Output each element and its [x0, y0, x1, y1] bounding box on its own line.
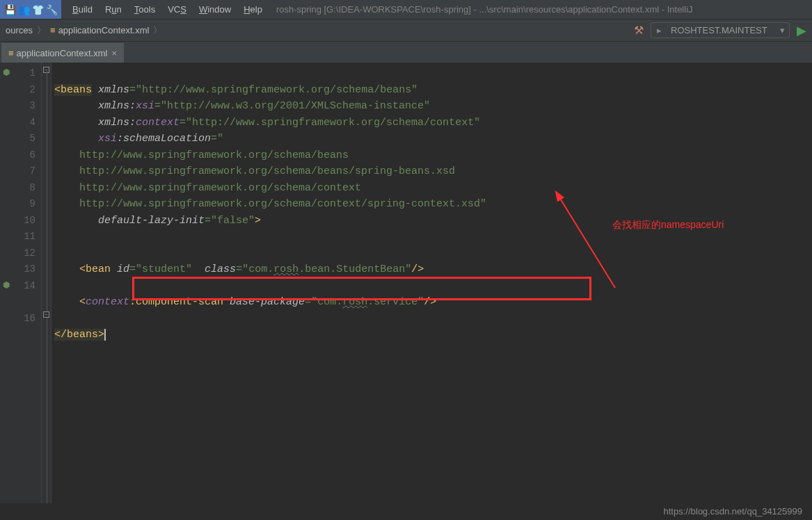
tab-label: applicationContext.xml	[17, 48, 108, 58]
fold-guide	[47, 70, 47, 503]
breadcrumb-item-folder[interactable]: ources	[6, 25, 33, 35]
svg-line-0	[559, 197, 615, 288]
shirt-icon[interactable]: 👕	[32, 4, 43, 15]
menu-window[interactable]: Window	[193, 1, 237, 17]
run-configuration-select[interactable]: ROSHTEST.MAINTEST	[651, 22, 790, 38]
breadcrumb-label: ources	[6, 25, 33, 35]
line-gutter: ⬢1 2 3 4 5 6 7 8 9 10 11 12 13 ⬢14 16	[0, 63, 42, 503]
toolbar-right: ⚒ ROSHTEST.MAINTEST ▶	[634, 22, 806, 38]
save-icon[interactable]: 💾	[4, 4, 15, 15]
run-play-icon[interactable]: ▶	[797, 23, 806, 38]
annotation-arrow	[552, 190, 636, 302]
users-icon[interactable]: 👥	[18, 4, 29, 15]
spring-bean-icon[interactable]: ⬢	[3, 65, 10, 82]
xml-file-icon	[50, 25, 54, 35]
wrench-icon[interactable]: 🔧	[46, 4, 57, 15]
breadcrumb-label: applicationContext.xml	[58, 25, 150, 35]
tab-close-icon[interactable]: ×	[111, 48, 117, 58]
fold-toggle-icon[interactable]: −	[43, 311, 49, 318]
editor: ⬢1 2 3 4 5 6 7 8 9 10 11 12 13 ⬢14 16 − …	[0, 63, 812, 503]
menu-build[interactable]: Build	[67, 1, 98, 17]
editor-tabs: applicationContext.xml ×	[0, 42, 812, 63]
window-title: rosh-spring [G:\IDEA-WORKSPACE\rosh-spri…	[268, 4, 693, 15]
menu-vcs[interactable]: VCS	[162, 1, 192, 17]
breadcrumb-item-file[interactable]: applicationContext.xml	[50, 25, 149, 35]
run-config-label: ROSHTEST.MAINTEST	[671, 25, 767, 35]
main-menu: Build Run Tools VCS Window Help	[61, 1, 268, 17]
menu-run[interactable]: Run	[99, 1, 127, 17]
chevron-right-icon: 〉	[37, 24, 46, 37]
tab-application-context[interactable]: applicationContext.xml ×	[1, 43, 124, 63]
chevron-right-icon: 〉	[153, 24, 162, 37]
breadcrumb: ources 〉 applicationContext.xml 〉	[6, 24, 162, 37]
fold-gutter: − −	[42, 63, 51, 503]
build-hammer-icon[interactable]: ⚒	[634, 24, 644, 37]
menu-tools[interactable]: Tools	[129, 1, 161, 17]
navigation-bar: ources 〉 applicationContext.xml 〉 ⚒ ROSH…	[0, 19, 812, 42]
menu-bar-container: 💾 👥 👕 🔧 Build Run Tools VCS Window Help …	[0, 0, 812, 19]
code-editor[interactable]: <beans xmlns="http://www.springframework…	[51, 63, 812, 503]
xml-file-icon	[8, 48, 13, 58]
spring-bean-icon[interactable]: ⬢	[3, 278, 10, 295]
menu-help[interactable]: Help	[238, 1, 268, 17]
toolbar-quick-icons: 💾 👥 👕 🔧	[0, 0, 61, 19]
watermark-text: https://blog.csdn.net/qq_34125999	[664, 506, 803, 517]
watermark-footer: https://blog.csdn.net/qq_34125999	[0, 503, 812, 520]
annotation-label: 会找相应的namespaceUri	[612, 217, 724, 234]
